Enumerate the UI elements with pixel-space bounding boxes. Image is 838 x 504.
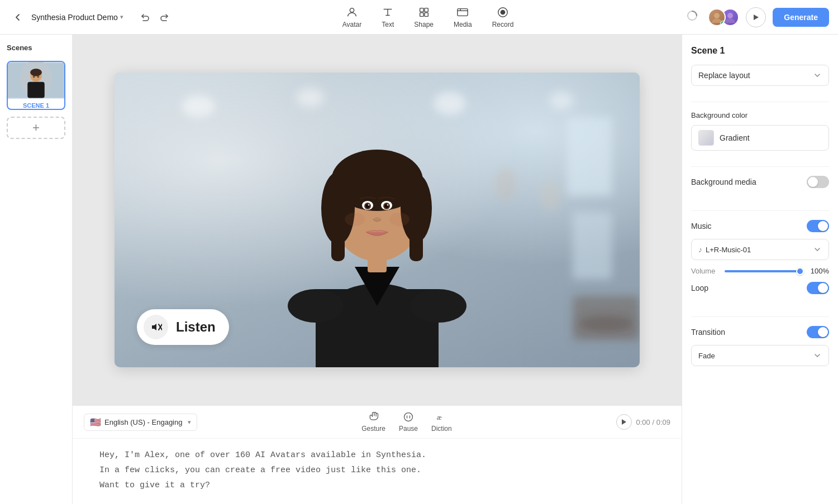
background-media-row: Background media [691, 176, 829, 188]
diction-tool[interactable]: æ Diction [431, 411, 452, 433]
svg-text:æ: æ [437, 413, 442, 421]
gesture-tool[interactable]: Gesture [361, 411, 385, 433]
language-selector[interactable]: 🇺🇸 English (US) - Engaging ▾ [84, 414, 197, 431]
center-area: Listen 🇺🇸 English (US) - Engaging ▾ [73, 35, 682, 504]
svg-rect-7 [420, 12, 423, 16]
svg-rect-8 [458, 8, 468, 16]
time-display: 0:00 / 0:09 [636, 418, 670, 426]
back-button[interactable] [9, 8, 27, 26]
time-separator: / [652, 418, 656, 426]
transition-toggle-row: Transition [691, 326, 829, 338]
preview-play-button[interactable] [746, 7, 766, 27]
svg-point-53 [411, 289, 466, 323]
svg-point-31 [540, 180, 560, 211]
svg-point-12 [714, 13, 720, 18]
music-toggle-row: Music [691, 220, 829, 232]
scene-1-thumbnail[interactable]: SCENE 1 [7, 61, 65, 110]
generate-button[interactable]: Generate [773, 8, 829, 27]
svg-point-25 [549, 92, 574, 109]
loop-toggle[interactable] [807, 282, 829, 294]
scenes-title: Scenes [7, 44, 65, 52]
svg-rect-6 [425, 8, 428, 11]
project-title[interactable]: Synthesia Product Demo ▾ [31, 13, 123, 22]
svg-point-30 [494, 167, 517, 201]
toolbar-record[interactable]: Record [482, 2, 524, 33]
music-toggle-knob [818, 221, 828, 231]
svg-rect-39 [331, 205, 345, 261]
redo-button[interactable] [156, 9, 173, 26]
background-media-toggle[interactable] [807, 176, 829, 188]
toolbar-avatar[interactable]: Avatar [332, 2, 372, 33]
gesture-label: Gesture [361, 425, 385, 433]
avatar-label: Avatar [342, 21, 361, 28]
add-scene-button[interactable]: + [7, 117, 65, 139]
music-label: Music [691, 222, 712, 231]
loop-toggle-knob [818, 283, 828, 293]
background-media-toggle-knob [808, 177, 818, 187]
divider-4 [691, 316, 829, 317]
svg-rect-19 [27, 82, 44, 98]
svg-rect-40 [410, 205, 423, 261]
svg-point-9 [501, 10, 504, 14]
pause-label: Pause [399, 425, 418, 433]
add-scene-icon: + [32, 121, 40, 135]
listen-badge: Listen [137, 309, 229, 345]
svg-point-47 [368, 204, 370, 206]
svg-point-50 [345, 213, 365, 226]
toolbar-shape[interactable]: Shape [404, 2, 444, 33]
transition-section: Transition Fade [691, 326, 829, 366]
loading-button[interactable] [683, 8, 701, 26]
video-frame[interactable]: Listen [115, 73, 640, 367]
main-layout: Scenes [0, 35, 838, 504]
script-toolbar-center: Gesture Pause æ [361, 411, 451, 433]
svg-point-29 [578, 315, 634, 332]
scenes-panel: Scenes [0, 35, 73, 504]
shape-label: Shape [414, 21, 434, 28]
script-text[interactable]: Hey, I'm Alex, one of over 160 AI Avatar… [73, 439, 682, 504]
volume-row: Volume 100% [691, 267, 829, 275]
color-swatch[interactable] [698, 130, 714, 146]
script-toolbar-right: 0:00 / 0:09 [616, 414, 670, 430]
mute-icon [144, 315, 168, 339]
listen-text: Listen [176, 319, 216, 335]
toolbar-center: Avatar Text Shape [173, 2, 683, 33]
svg-point-22 [182, 95, 215, 117]
music-toggle[interactable] [807, 220, 829, 232]
toolbar-text[interactable]: Text [372, 2, 404, 33]
topbar-left: Synthesia Product Demo ▾ [9, 8, 173, 26]
transition-type-dropdown[interactable]: Fade [691, 345, 829, 366]
volume-label: Volume [691, 267, 719, 275]
svg-point-48 [387, 204, 389, 206]
background-media-section: Background media [691, 176, 829, 195]
scene-1-label: SCENE 1 [8, 102, 64, 109]
script-toolbar: 🇺🇸 English (US) - Engaging ▾ Gesture [73, 406, 682, 439]
script-area: 🇺🇸 English (US) - Engaging ▾ Gesture [73, 405, 682, 504]
music-track-info: ♪ L+R-Music-01 [698, 245, 751, 254]
flag-icon: 🇺🇸 [90, 417, 101, 428]
record-label: Record [492, 21, 514, 28]
undo-redo-group [132, 9, 173, 26]
undo-button[interactable] [137, 9, 154, 26]
volume-fill [725, 270, 803, 272]
toolbar-media[interactable]: Media [444, 2, 482, 33]
transition-toggle[interactable] [807, 326, 829, 338]
gradient-label: Gradient [720, 133, 750, 142]
music-chevron-icon [813, 245, 822, 254]
background-color-row[interactable]: Gradient [691, 125, 829, 151]
svg-point-13 [727, 13, 733, 18]
right-panel: Scene 1 Replace layout Background color … [682, 35, 838, 504]
music-track-dropdown[interactable]: ♪ L+R-Music-01 [691, 239, 829, 260]
svg-point-51 [389, 213, 410, 226]
text-label: Text [382, 21, 394, 28]
replace-layout-chevron-icon [813, 71, 822, 80]
script-line-3: Want to give it a try? [99, 478, 655, 493]
replace-layout-dropdown[interactable]: Replace layout [691, 65, 829, 86]
script-play-button[interactable] [616, 414, 632, 430]
svg-point-21 [37, 75, 39, 78]
transition-toggle-knob [818, 327, 828, 337]
loop-label: Loop [691, 284, 708, 292]
music-section: Music ♪ L+R-Music-01 Volume [691, 220, 829, 301]
pause-tool[interactable]: Pause [399, 411, 418, 433]
collaborators [708, 8, 739, 26]
volume-slider[interactable] [725, 270, 803, 272]
